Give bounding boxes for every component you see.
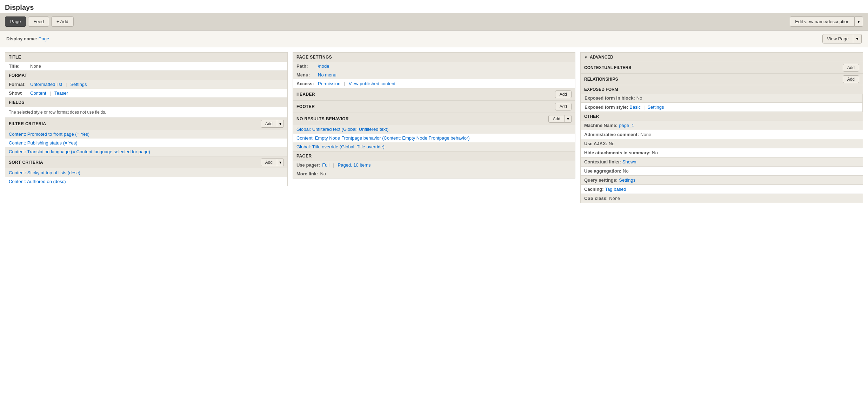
add-tab-button[interactable]: + Add (51, 16, 74, 27)
left-column: TITLE Title: None FORMAT Format: Unforma… (5, 52, 288, 203)
display-name-label: Display name: (6, 36, 37, 41)
relationships-header: RELATIONSHIPS Add (580, 74, 863, 85)
filter-link-0[interactable]: Content: Promoted to front page (= Yes) (9, 132, 89, 137)
format-link[interactable]: Unformatted list (30, 82, 62, 87)
page-settings-section: PAGE SETTINGS Path: /node Menu: No menu … (293, 52, 575, 88)
middle-column: PAGE SETTINGS Path: /node Menu: No menu … (293, 52, 575, 203)
sort-criteria-header: SORT CRITERIA Add ▾ (5, 156, 287, 168)
filter-link-2[interactable]: Content: Translation language (= Content… (9, 149, 150, 154)
format-settings-link[interactable]: Settings (70, 82, 87, 87)
exposed-form-block-row: Exposed form in block: No (581, 94, 863, 103)
access-permission-link[interactable]: Permission (318, 81, 340, 86)
exposed-form-style-row: Exposed form style: Basic | Settings (581, 103, 863, 112)
path-link[interactable]: /node (318, 63, 329, 69)
right-column: ▼ ADVANCED CONTEXTUAL FILTERS Add RELATI… (580, 52, 863, 203)
filter-add-button[interactable]: Add (261, 120, 277, 128)
format-row: Format: Unformatted list | Settings (5, 80, 287, 89)
other-value-link-0[interactable]: page_1 (619, 123, 634, 128)
sort-criteria-section: SORT CRITERIA Add ▾ Content: Sticky at t… (5, 156, 288, 186)
view-page-dropdown-arrow[interactable]: ▾ (853, 34, 862, 43)
title-section: TITLE Title: None (5, 52, 288, 71)
edit-view-dropdown-arrow[interactable]: ▾ (855, 16, 863, 27)
sort-add-dropdown[interactable]: ▾ (277, 159, 284, 166)
sort-link-1[interactable]: Content: Authored on (desc) (9, 179, 66, 184)
other-row-8: CSS class: None (580, 194, 863, 203)
filter-criteria-header: FILTER CRITERIA Add ▾ (5, 118, 287, 130)
page-heading: Displays (0, 0, 868, 13)
top-bar: Page Feed + Add Edit view name/descripti… (0, 13, 868, 31)
pager-use-row: Use pager: Full | Paged, 10 items (293, 161, 575, 169)
relationships-add-button[interactable]: Add (843, 75, 859, 83)
tab-group: Page Feed + Add (5, 16, 74, 27)
format-section: FORMAT Format: Unformatted list | Settin… (5, 71, 288, 98)
other-row-1: Administrative comment: None (580, 130, 863, 139)
filter-add-group: Add ▾ (261, 120, 284, 128)
exposed-form-style-link[interactable]: Basic (629, 105, 641, 110)
pager-paged-link[interactable]: Paged, 10 items (338, 162, 371, 168)
pager-full-link[interactable]: Full (322, 162, 329, 168)
title-section-header: TITLE (5, 53, 287, 62)
view-page-button[interactable]: View Page (822, 34, 853, 43)
sort-item-1: Content: Authored on (desc) (5, 177, 287, 186)
filter-item-1: Content: Publishing status (= Yes) (5, 139, 287, 147)
view-page-group: View Page ▾ (822, 34, 862, 43)
header-section: HEADER Add (293, 88, 575, 101)
tab-page[interactable]: Page (5, 16, 26, 27)
header-section-header: HEADER Add (293, 88, 575, 100)
access-row: Access: Permission | View published cont… (293, 79, 575, 88)
exposed-form-settings-link[interactable]: Settings (647, 105, 664, 110)
fields-section-header: FIELDS (5, 98, 287, 107)
filter-item-0: Content: Promoted to front page (= Yes) (5, 130, 287, 139)
footer-add-button[interactable]: Add (555, 103, 572, 110)
show-teaser-link[interactable]: Teaser (54, 90, 68, 96)
nrb-item-0: Global: Unfiltered text (Global: Unfilte… (293, 125, 575, 134)
other-row-2: Use AJAX: No (580, 139, 863, 148)
nrb-link-1[interactable]: Content: Empty Node Frontpage behavior (… (296, 135, 470, 141)
other-row-7: Caching:Tag based (580, 185, 863, 194)
exposed-form-section: EXPOSED FORM Exposed form in block: No E… (580, 85, 863, 112)
display-name-bar: Display name: Page View Page ▾ (0, 31, 868, 47)
header-add-button[interactable]: Add (555, 90, 572, 98)
nrb-add-group: Add ▾ (548, 115, 572, 123)
footer-section: FOOTER Add (293, 101, 575, 113)
nrb-add-button[interactable]: Add (548, 115, 565, 123)
other-row-5: Use aggregation: No (580, 167, 863, 176)
nrb-section: NO RESULTS BEHAVIOR Add ▾ Global: Unfilt… (293, 113, 575, 152)
edit-view-button[interactable]: Edit view name/description (790, 16, 855, 27)
other-row-0: Machine Name:page_1 (580, 121, 863, 130)
nrb-item-1: Content: Empty Node Frontpage behavior (… (293, 134, 575, 142)
sort-add-button[interactable]: Add (261, 159, 277, 166)
menu-row: Menu: No menu (293, 70, 575, 79)
contextual-filters-add-button[interactable]: Add (843, 64, 859, 72)
nrb-add-dropdown[interactable]: ▾ (565, 115, 572, 123)
show-content-link[interactable]: Content (30, 90, 46, 96)
nrb-link-0[interactable]: Global: Unfiltered text (Global: Unfilte… (296, 127, 388, 132)
tab-feed[interactable]: Feed (28, 16, 49, 27)
other-value-link-6[interactable]: Settings (619, 177, 635, 183)
access-view-link[interactable]: View published content (349, 81, 395, 86)
page-settings-header: PAGE SETTINGS (293, 53, 575, 62)
pager-more-row: More link: No (293, 169, 575, 178)
format-section-header: FORMAT (5, 71, 287, 80)
other-row-3: Hide attachments in summary: No (580, 148, 863, 157)
footer-section-header: FOOTER Add (293, 101, 575, 113)
menu-link[interactable]: No menu (318, 72, 336, 78)
advanced-triangle-icon: ▼ (584, 55, 588, 59)
display-name: Display name: Page (6, 36, 49, 41)
display-name-value: Page (39, 36, 49, 41)
other-rows: Machine Name:page_1Administrative commen… (580, 121, 863, 203)
pager-header: PAGER (293, 152, 575, 161)
other-value-link-7[interactable]: Tag based (605, 187, 626, 192)
other-value-link-4[interactable]: Shown (622, 159, 636, 164)
filter-item-2: Content: Translation language (= Content… (5, 147, 287, 156)
filter-add-dropdown[interactable]: ▾ (277, 120, 284, 128)
fields-section: FIELDS The selected style or row format … (5, 98, 288, 118)
filter-link-1[interactable]: Content: Publishing status (= Yes) (9, 140, 77, 146)
sort-link-0[interactable]: Content: Sticky at top of lists (desc) (9, 170, 80, 175)
edit-view-group: Edit view name/description ▾ (790, 16, 863, 27)
nrb-header: NO RESULTS BEHAVIOR Add ▾ (293, 113, 575, 125)
nrb-link-2[interactable]: Global: Title override (Global: Title ov… (296, 144, 385, 149)
filter-criteria-section: FILTER CRITERIA Add ▾ Content: Promoted … (5, 118, 288, 156)
fields-note: The selected style or row format does no… (5, 107, 287, 117)
show-row: Show: Content | Teaser (5, 89, 287, 97)
